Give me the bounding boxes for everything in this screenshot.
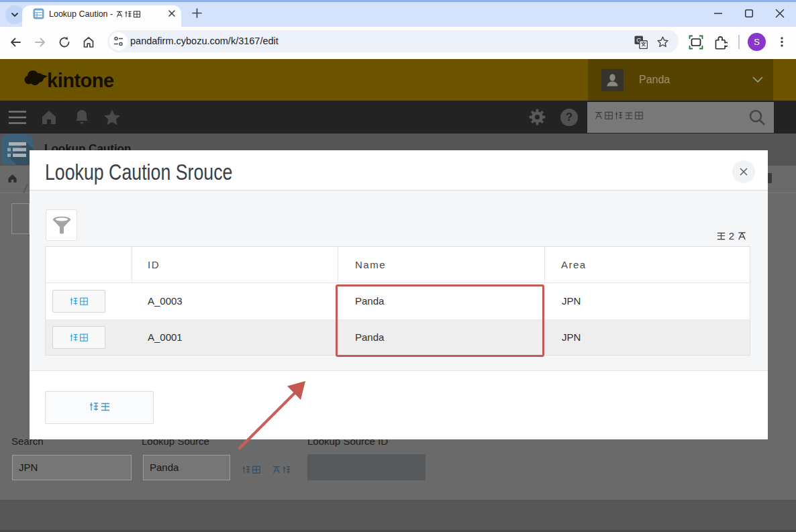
svg-text:kintone: kintone: [47, 70, 114, 91]
